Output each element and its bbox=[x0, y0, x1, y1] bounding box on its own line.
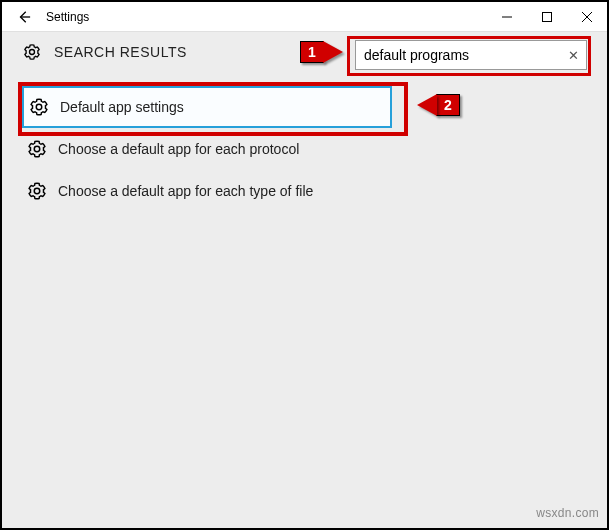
page-heading: SEARCH RESULTS bbox=[54, 44, 187, 60]
settings-window: Settings SEARCH RESULTS ✕ bbox=[2, 2, 607, 528]
search-input[interactable] bbox=[355, 40, 587, 70]
gear-icon bbox=[26, 180, 48, 202]
clear-search-icon[interactable]: ✕ bbox=[568, 48, 579, 63]
window-title: Settings bbox=[46, 10, 89, 24]
titlebar: Settings bbox=[2, 2, 607, 32]
gear-icon bbox=[28, 96, 50, 118]
gear-icon bbox=[26, 138, 48, 160]
gear-icon bbox=[22, 42, 42, 62]
close-button[interactable] bbox=[567, 2, 607, 32]
result-default-app-settings[interactable]: Default app settings bbox=[22, 86, 392, 128]
results-list: Default app settings Choose a default ap… bbox=[22, 86, 587, 212]
svg-rect-2 bbox=[543, 12, 552, 21]
result-default-app-filetype[interactable]: Choose a default app for each type of fi… bbox=[22, 170, 392, 212]
watermark: wsxdn.com bbox=[536, 506, 599, 520]
minimize-button[interactable] bbox=[487, 2, 527, 32]
maximize-button[interactable] bbox=[527, 2, 567, 32]
back-button[interactable] bbox=[14, 7, 34, 27]
result-label: Choose a default app for each type of fi… bbox=[58, 183, 313, 199]
result-label: Choose a default app for each protocol bbox=[58, 141, 299, 157]
result-label: Default app settings bbox=[60, 99, 184, 115]
result-default-app-protocol[interactable]: Choose a default app for each protocol bbox=[22, 128, 392, 170]
content-area: SEARCH RESULTS ✕ Default app settings Ch… bbox=[2, 32, 607, 528]
